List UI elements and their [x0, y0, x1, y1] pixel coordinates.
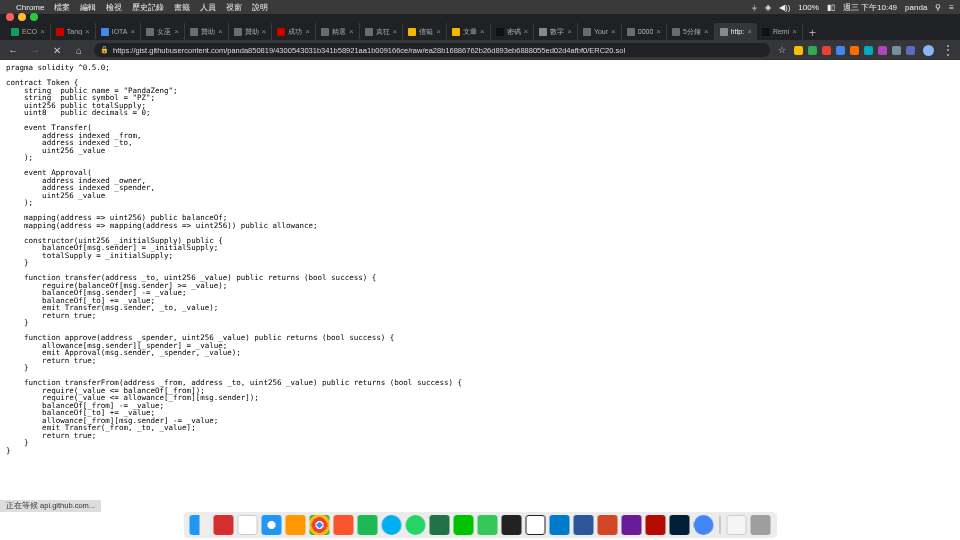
menu-file[interactable]: 檔案 [54, 2, 70, 13]
dock-app-icon[interactable] [550, 515, 570, 535]
url-input[interactable]: 🔒 https://gist.githubusercontent.com/pan… [94, 43, 770, 57]
tab-label: 0000 [638, 28, 654, 35]
extension-icon[interactable] [864, 46, 873, 55]
extension-icon[interactable] [836, 46, 845, 55]
menu-window[interactable]: 視窗 [226, 2, 242, 13]
browser-tab[interactable]: 贊助× [229, 23, 273, 40]
tab-close-icon[interactable]: × [85, 27, 90, 36]
minimize-window-button[interactable] [18, 13, 26, 21]
dock-app-icon[interactable] [727, 515, 747, 535]
tab-close-icon[interactable]: × [480, 27, 485, 36]
profile-avatar[interactable] [923, 45, 934, 56]
app-name[interactable]: Chrome [16, 3, 44, 12]
clock[interactable]: 週三 下午10:49 [843, 2, 897, 13]
tab-close-icon[interactable]: × [262, 27, 267, 36]
menu-people[interactable]: 人員 [200, 2, 216, 13]
browser-tab[interactable]: 文章× [447, 23, 491, 40]
close-window-button[interactable] [6, 13, 14, 21]
dock-app-icon[interactable] [310, 515, 330, 535]
tab-close-icon[interactable]: × [524, 27, 529, 36]
dock-app-icon[interactable] [430, 515, 450, 535]
tab-close-icon[interactable]: × [567, 27, 572, 36]
extension-icon[interactable] [850, 46, 859, 55]
dock-app-icon[interactable] [502, 515, 522, 535]
dock-app-icon[interactable] [238, 515, 258, 535]
user-name[interactable]: panda [905, 3, 927, 12]
tab-close-icon[interactable]: × [436, 27, 441, 36]
browser-tab[interactable]: 成功× [272, 23, 316, 40]
browser-tab[interactable]: Remi× [757, 23, 803, 40]
extension-icon[interactable] [878, 46, 887, 55]
tab-close-icon[interactable]: × [747, 27, 752, 36]
dock-app-icon[interactable] [646, 515, 666, 535]
browser-tab[interactable]: 女巫× [141, 23, 185, 40]
menu-edit[interactable]: 編輯 [80, 2, 96, 13]
dock-app-icon[interactable] [214, 515, 234, 535]
back-button[interactable]: ← [6, 45, 20, 56]
forward-button[interactable]: → [28, 45, 42, 56]
browser-tab[interactable]: 精選× [316, 23, 360, 40]
browser-tab[interactable]: 贊助× [185, 23, 229, 40]
extension-icon[interactable] [808, 46, 817, 55]
extension-icon[interactable] [822, 46, 831, 55]
browser-tab[interactable]: 5分鐘× [667, 23, 715, 40]
more-menu-icon[interactable]: ⋮ [942, 43, 954, 57]
tab-close-icon[interactable]: × [704, 27, 709, 36]
dock-app-icon[interactable] [286, 515, 306, 535]
new-tab-button[interactable]: + [803, 26, 822, 40]
tab-strip: ECO×Tang×IOTA×女巫×贊助×贊助×成功×精選×真狂×信箱×文章×密碼… [0, 20, 960, 40]
browser-tab[interactable]: ECO× [6, 23, 51, 40]
tab-close-icon[interactable]: × [792, 27, 797, 36]
dock-app-icon[interactable] [382, 515, 402, 535]
tab-close-icon[interactable]: × [305, 27, 310, 36]
maximize-window-button[interactable] [30, 13, 38, 21]
tab-close-icon[interactable]: × [656, 27, 661, 36]
dock-app-icon[interactable] [751, 515, 771, 535]
menu-view[interactable]: 檢視 [106, 2, 122, 13]
browser-tab[interactable]: 密碼× [491, 23, 535, 40]
dock-app-icon[interactable] [670, 515, 690, 535]
extension-icon[interactable] [892, 46, 901, 55]
battery-icon[interactable]: ▮▯ [827, 3, 835, 12]
browser-tab[interactable]: http:× [715, 23, 757, 40]
menu-help[interactable]: 說明 [252, 2, 268, 13]
browser-tab[interactable]: Your× [578, 23, 622, 40]
menu-bookmarks[interactable]: 書籤 [174, 2, 190, 13]
dock-app-icon[interactable] [454, 515, 474, 535]
tab-close-icon[interactable]: × [393, 27, 398, 36]
notification-center-icon[interactable]: ≡ [949, 3, 954, 12]
browser-tab[interactable]: 信箱× [403, 23, 447, 40]
dock-app-icon[interactable] [406, 515, 426, 535]
tab-close-icon[interactable]: × [40, 27, 45, 36]
home-button[interactable]: ⌂ [72, 45, 86, 56]
dock-app-icon[interactable] [694, 515, 714, 535]
browser-tab[interactable]: 0000× [622, 23, 667, 40]
tab-close-icon[interactable]: × [174, 27, 179, 36]
tab-close-icon[interactable]: × [218, 27, 223, 36]
dock-app-icon[interactable] [334, 515, 354, 535]
dock-app-icon[interactable] [478, 515, 498, 535]
browser-tab[interactable]: Tang× [51, 23, 96, 40]
dock-app-icon[interactable] [190, 515, 210, 535]
wifi-icon[interactable]: ⏚ [752, 3, 757, 12]
dock-app-icon[interactable] [622, 515, 642, 535]
dock-app-icon[interactable] [262, 515, 282, 535]
browser-tab[interactable]: 數字× [534, 23, 578, 40]
extension-icon[interactable] [794, 46, 803, 55]
tab-close-icon[interactable]: × [611, 27, 616, 36]
browser-tab[interactable]: 真狂× [360, 23, 404, 40]
volume-icon[interactable]: ◀)) [779, 3, 790, 12]
dock-app-icon[interactable] [358, 515, 378, 535]
tab-close-icon[interactable]: × [349, 27, 354, 36]
browser-tab[interactable]: IOTA× [96, 23, 142, 40]
extension-icon[interactable] [906, 46, 915, 55]
dock-app-icon[interactable] [574, 515, 594, 535]
star-bookmark-icon[interactable]: ☆ [778, 45, 786, 55]
dock-app-icon[interactable] [598, 515, 618, 535]
spotlight-icon[interactable]: ⚲ [935, 3, 941, 12]
stop-reload-button[interactable]: ✕ [50, 45, 64, 56]
dock-app-icon[interactable] [526, 515, 546, 535]
menu-history[interactable]: 歷史記錄 [132, 2, 164, 13]
tab-close-icon[interactable]: × [131, 27, 136, 36]
bluetooth-icon[interactable]: ◈ [765, 3, 771, 12]
